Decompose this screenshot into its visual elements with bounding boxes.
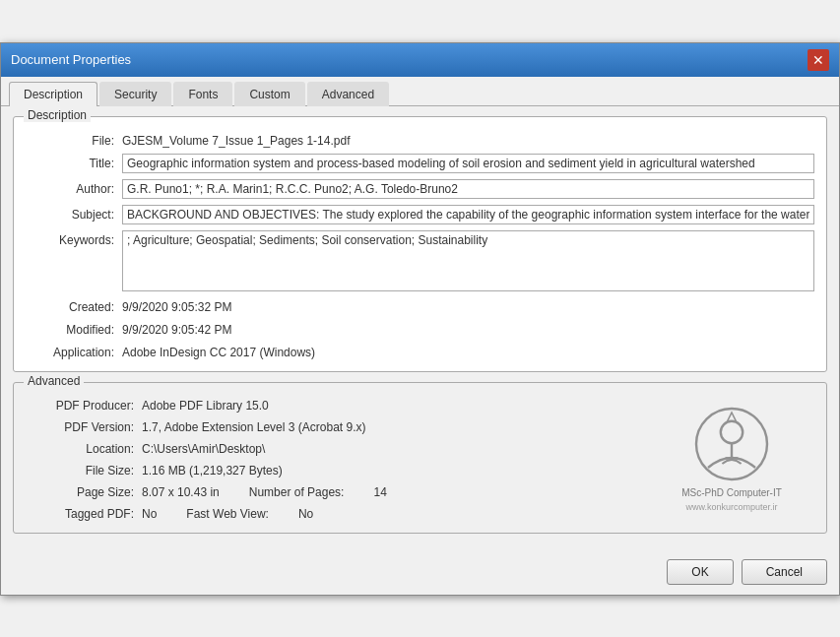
file-size-value: 1.16 MB (1,219,327 Bytes) bbox=[142, 462, 641, 478]
keywords-textarea[interactable] bbox=[122, 230, 814, 291]
modified-value: 9/9/2020 9:05:42 PM bbox=[122, 320, 814, 337]
num-pages-value: 14 bbox=[373, 483, 386, 499]
pdf-producer-value: Adobe PDF Library 15.0 bbox=[142, 397, 641, 413]
page-size-row: 8.07 x 10.43 in Number of Pages: 14 bbox=[142, 483, 641, 499]
advanced-legend: Advanced bbox=[24, 374, 84, 388]
tagged-pdf-value: No bbox=[142, 505, 157, 521]
tab-security[interactable]: Security bbox=[99, 82, 171, 106]
created-value: 9/9/2020 9:05:32 PM bbox=[122, 297, 814, 314]
tab-description[interactable]: Description bbox=[9, 82, 97, 106]
tab-bar: Description Security Fonts Custom Advanc… bbox=[1, 77, 839, 106]
page-size-value: 8.07 x 10.43 in bbox=[142, 483, 220, 499]
modified-label: Modified: bbox=[26, 320, 114, 337]
tab-custom[interactable]: Custom bbox=[234, 82, 304, 106]
watermark-line2: www.konkurcomputer.ir bbox=[685, 502, 777, 512]
title-bar: Document Properties ✕ bbox=[1, 43, 839, 77]
application-value: Adobe InDesign CC 2017 (Windows) bbox=[122, 343, 814, 359]
pdf-producer-label: PDF Producer: bbox=[26, 397, 134, 413]
ok-button[interactable]: OK bbox=[667, 559, 733, 585]
title-label: Title: bbox=[26, 154, 114, 170]
document-properties-dialog: Document Properties ✕ Description Securi… bbox=[0, 42, 840, 596]
file-value: GJESM_Volume 7_Issue 1_Pages 1-14.pdf bbox=[122, 131, 814, 148]
fast-web-label: Fast Web View: bbox=[186, 505, 269, 521]
watermark-line1: MSc-PhD Computer-IT bbox=[681, 487, 782, 498]
title-input[interactable] bbox=[122, 154, 814, 173]
pdf-version-label: PDF Version: bbox=[26, 418, 134, 434]
tab-fonts[interactable]: Fonts bbox=[173, 82, 232, 106]
tagged-pdf-label: Tagged PDF: bbox=[26, 505, 134, 521]
description-form: File: GJESM_Volume 7_Issue 1_Pages 1-14.… bbox=[26, 131, 814, 359]
subject-label: Subject: bbox=[26, 205, 114, 222]
num-pages-label: Number of Pages: bbox=[249, 483, 345, 499]
svg-point-1 bbox=[721, 421, 743, 443]
watermark-container: MSc-PhD Computer-IT www.konkurcomputer.i… bbox=[649, 397, 814, 521]
keywords-label: Keywords: bbox=[26, 230, 114, 247]
file-label: File: bbox=[26, 131, 114, 148]
fast-web-value: No bbox=[298, 505, 313, 521]
dialog-title: Document Properties bbox=[11, 52, 131, 67]
tab-advanced[interactable]: Advanced bbox=[307, 82, 389, 106]
file-size-label: File Size: bbox=[26, 462, 134, 478]
application-label: Application: bbox=[26, 343, 114, 359]
advanced-section: Advanced PDF Producer: Adobe PDF Library… bbox=[13, 382, 827, 534]
tagged-pdf-row: No Fast Web View: No bbox=[142, 505, 641, 521]
close-button[interactable]: ✕ bbox=[808, 49, 829, 71]
description-legend: Description bbox=[24, 108, 91, 122]
watermark-logo-icon bbox=[692, 405, 771, 483]
author-input[interactable] bbox=[122, 179, 814, 199]
location-value: C:\Users\Amir\Desktop\ bbox=[142, 440, 641, 456]
cancel-button[interactable]: Cancel bbox=[742, 559, 827, 585]
location-label: Location: bbox=[26, 440, 134, 456]
main-content: Description File: GJESM_Volume 7_Issue 1… bbox=[1, 106, 839, 553]
page-size-label: Page Size: bbox=[26, 483, 134, 499]
button-bar: OK Cancel bbox=[1, 553, 839, 595]
created-label: Created: bbox=[26, 297, 114, 314]
subject-input[interactable] bbox=[122, 205, 814, 224]
description-section: Description File: GJESM_Volume 7_Issue 1… bbox=[13, 116, 827, 372]
pdf-version-value: 1.7, Adobe Extension Level 3 (Acrobat 9.… bbox=[142, 418, 641, 434]
author-label: Author: bbox=[26, 179, 114, 196]
